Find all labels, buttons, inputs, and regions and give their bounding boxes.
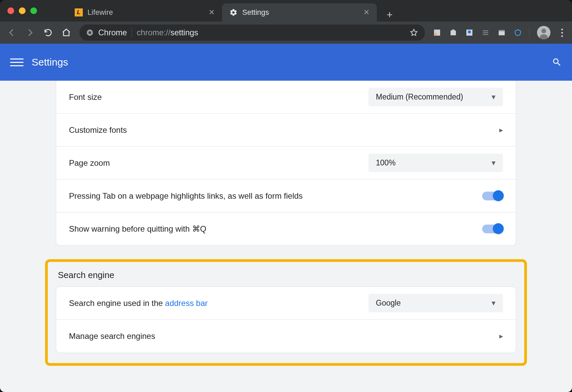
font-size-row: Font size Medium (Recommended) ▾ — [56, 81, 516, 114]
tab-highlight-label: Pressing Tab on a webpage highlights lin… — [69, 191, 303, 201]
tab-title: Settings — [242, 8, 359, 17]
search-icon — [552, 57, 562, 67]
tab-settings[interactable]: Settings ✕ — [222, 3, 377, 22]
chevron-right-icon: ▸ — [499, 332, 503, 341]
dropdown-value: Medium (Recommended) — [376, 92, 463, 102]
profile-avatar[interactable] — [537, 26, 550, 39]
svg-rect-9 — [483, 32, 488, 33]
svg-rect-7 — [468, 31, 471, 33]
font-size-dropdown[interactable]: Medium (Recommended) ▾ — [368, 88, 503, 106]
svg-rect-2 — [434, 30, 440, 36]
origin-label: Chrome — [98, 28, 127, 37]
settings-content: Font size Medium (Recommended) ▾ Customi… — [0, 81, 572, 392]
minimize-window-button[interactable] — [19, 7, 26, 14]
address-bar-link[interactable]: address bar — [165, 299, 208, 308]
extension-icon[interactable] — [510, 25, 525, 40]
manage-search-engines-label: Manage search engines — [69, 331, 155, 341]
svg-rect-8 — [483, 30, 488, 31]
browser-toolbar: Chrome chrome://settings — [0, 22, 572, 44]
svg-point-3 — [435, 33, 437, 35]
svg-rect-4 — [451, 31, 456, 35]
dropdown-value: 100% — [376, 158, 396, 167]
section-title: Search engine — [58, 270, 516, 280]
caret-down-icon: ▾ — [492, 299, 496, 308]
quit-warning-label: Show warning before quitting with ⌘Q — [69, 224, 206, 234]
reload-button[interactable] — [40, 24, 57, 41]
search-engine-card: Search engine used in the address bar Go… — [56, 286, 516, 353]
quit-warning-row: Show warning before quitting with ⌘Q — [56, 212, 516, 245]
tab-strip: L Lifewire ✕ Settings ✕ + — [67, 0, 396, 22]
home-button[interactable] — [58, 24, 75, 41]
caret-down-icon: ▾ — [492, 158, 496, 167]
search-engine-label: Search engine used in the address bar — [69, 299, 208, 308]
tab-highlight-toggle[interactable] — [482, 192, 503, 200]
search-engine-dropdown[interactable]: Google ▾ — [368, 294, 503, 312]
window-controls — [7, 7, 37, 14]
back-button[interactable] — [3, 24, 20, 41]
fullscreen-window-button[interactable] — [30, 7, 37, 14]
tab-highlight-row: Pressing Tab on a webpage highlights lin… — [56, 180, 516, 212]
kebab-menu-icon[interactable] — [555, 29, 569, 37]
customize-fonts-row[interactable]: Customize fonts ▸ — [56, 114, 516, 147]
settings-header: Settings — [0, 44, 572, 81]
manage-search-engines-row[interactable]: Manage search engines ▸ — [56, 320, 516, 353]
gear-icon — [229, 8, 238, 16]
customize-fonts-label: Customize fonts — [69, 125, 127, 135]
titlebar: L Lifewire ✕ Settings ✕ + — [0, 0, 572, 22]
tab-title: Lifewire — [87, 8, 204, 17]
close-tab-icon[interactable]: ✕ — [363, 8, 369, 17]
svg-rect-10 — [483, 34, 488, 35]
page-title: Settings — [32, 56, 552, 68]
page-zoom-label: Page zoom — [69, 158, 110, 168]
caret-down-icon: ▾ — [492, 92, 496, 102]
address-bar[interactable]: Chrome chrome://settings — [79, 25, 425, 41]
close-tab-icon[interactable]: ✕ — [209, 8, 215, 17]
close-window-button[interactable] — [7, 7, 14, 14]
search-button[interactable] — [552, 57, 562, 67]
search-engine-row: Search engine used in the address bar Go… — [56, 287, 516, 320]
divider — [529, 27, 530, 38]
bookmark-star-icon[interactable] — [409, 28, 418, 37]
quit-warning-toggle[interactable] — [482, 225, 503, 233]
page-zoom-dropdown[interactable]: 100% ▾ — [368, 154, 503, 172]
dropdown-value: Google — [376, 299, 401, 308]
svg-point-14 — [541, 29, 546, 33]
font-size-label: Font size — [69, 92, 102, 102]
appearance-card: Font size Medium (Recommended) ▾ Customi… — [56, 81, 516, 246]
tab-lifewire[interactable]: L Lifewire ✕ — [67, 3, 222, 22]
lifewire-favicon: L — [75, 8, 83, 16]
svg-rect-12 — [499, 30, 505, 31]
svg-rect-5 — [452, 30, 455, 31]
page-zoom-row: Page zoom 100% ▾ — [56, 147, 516, 180]
chevron-right-icon: ▸ — [499, 126, 503, 134]
url-text: chrome://settings — [137, 28, 405, 37]
site-info-chip[interactable]: Chrome — [86, 28, 127, 37]
extension-icon[interactable] — [462, 25, 477, 40]
chrome-icon — [86, 29, 94, 36]
extension-icon[interactable] — [446, 25, 461, 40]
hamburger-menu-icon[interactable] — [10, 55, 24, 69]
search-engine-highlight: Search engine Search engine used in the … — [45, 259, 527, 366]
extension-icon[interactable] — [478, 25, 493, 40]
new-tab-button[interactable]: + — [383, 8, 396, 22]
forward-button[interactable] — [22, 24, 38, 41]
extension-icon[interactable] — [494, 25, 509, 40]
svg-point-1 — [88, 31, 91, 34]
divider — [132, 28, 132, 37]
extension-icon[interactable] — [430, 25, 444, 40]
